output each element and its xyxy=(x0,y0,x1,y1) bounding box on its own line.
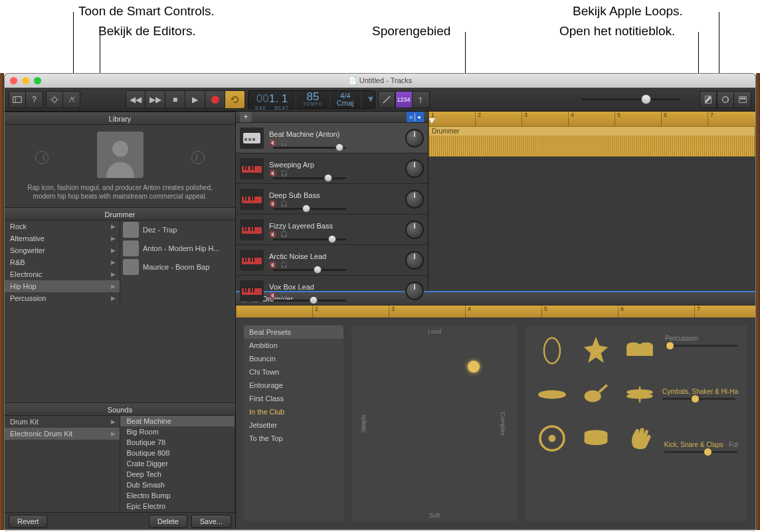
count-in-button[interactable]: 1234 xyxy=(395,91,413,108)
shaker-icon[interactable] xyxy=(580,379,612,410)
headphone-icon[interactable]: 🎧 xyxy=(280,292,288,299)
pan-knob[interactable] xyxy=(405,159,424,178)
track-header[interactable]: Vox Box Lead🔇🎧 xyxy=(236,276,428,306)
editor-ruler[interactable]: 234567 xyxy=(236,306,755,317)
kick-slider[interactable] xyxy=(664,451,737,453)
sound-item[interactable]: Dub Smash xyxy=(120,480,235,490)
percussion-slider[interactable] xyxy=(665,345,738,347)
prev-drummer-button[interactable]: 〈 xyxy=(35,151,48,164)
lcd-display[interactable]: 001. 1 BAR BEAT 85 TEMPO 4/4 Cmaj ▾ xyxy=(248,90,375,109)
revert-button[interactable]: Revert xyxy=(9,515,47,528)
bongos-icon[interactable] xyxy=(624,335,656,367)
track-volume-slider[interactable] xyxy=(273,147,346,149)
close-window-icon[interactable] xyxy=(10,77,17,84)
master-volume-slider[interactable] xyxy=(581,92,681,107)
track-volume-slider[interactable] xyxy=(273,177,346,179)
track-header[interactable]: Sweeping Arp🔇🎧 xyxy=(236,153,428,184)
kit-category[interactable]: Electronic Drum Kit▶ xyxy=(5,428,120,440)
tuner-button[interactable] xyxy=(413,91,430,108)
track-header[interactable]: Beat Machine (Anton)🔇🎧 xyxy=(236,123,428,153)
headphone-icon[interactable]: 🎧 xyxy=(280,262,288,268)
preset-item[interactable]: To the Top xyxy=(244,432,343,445)
notepad-button[interactable] xyxy=(700,91,717,108)
next-drummer-button[interactable]: 〉 xyxy=(191,151,205,164)
track-header[interactable]: Deep Sub Bass🔇🎧 xyxy=(236,184,428,215)
mute-icon[interactable]: 🔇 xyxy=(269,201,276,207)
sound-item[interactable]: Deep Tech xyxy=(120,469,235,480)
drummer-item[interactable]: Maurice - Boom Bap xyxy=(120,258,235,276)
editors-button[interactable] xyxy=(63,91,80,108)
sound-item[interactable]: Crate Digger xyxy=(120,458,235,469)
mute-icon[interactable]: 🔇 xyxy=(269,170,276,177)
media-browser-button[interactable] xyxy=(734,91,751,108)
preset-item[interactable]: Bouncin xyxy=(244,352,343,365)
xy-pad[interactable]: Loud Soft Simple Complex xyxy=(351,325,518,521)
drummer-item[interactable]: Dez - Trap xyxy=(120,221,235,239)
sound-item[interactable]: Epic Electro xyxy=(120,501,235,511)
genre-rock[interactable]: Rock▶ xyxy=(5,221,120,232)
track-header[interactable]: Fizzy Layered Bass🔇🎧 xyxy=(236,215,428,245)
cymbal-icon[interactable] xyxy=(536,379,568,410)
sound-item[interactable]: Beat Machine xyxy=(120,416,235,426)
drummer-item[interactable]: Anton - Modern Hip H... xyxy=(120,239,235,258)
genre-percussion[interactable]: Percussion▶ xyxy=(5,292,120,304)
quick-help-button[interactable]: ? xyxy=(26,91,43,108)
cycle-button[interactable] xyxy=(225,90,245,109)
sound-item[interactable]: Big Room xyxy=(120,426,235,437)
preset-item[interactable]: Chi Town xyxy=(244,365,343,379)
genre-songwriter[interactable]: Songwriter▶ xyxy=(5,244,120,256)
headphone-icon[interactable]: 🎧 xyxy=(280,201,288,207)
minimize-window-icon[interactable] xyxy=(22,77,29,84)
track-volume-slider[interactable] xyxy=(273,269,346,271)
cymbals-slider[interactable] xyxy=(662,398,735,400)
genre-r&b[interactable]: R&B▶ xyxy=(5,256,120,268)
smart-controls-button[interactable] xyxy=(46,91,63,108)
pan-knob[interactable] xyxy=(405,129,424,147)
loop-browser-button[interactable] xyxy=(717,91,734,108)
xy-puck[interactable] xyxy=(468,361,480,373)
track-filter-button[interactable]: ▹│◂ xyxy=(407,112,424,122)
add-track-button[interactable]: + xyxy=(240,112,252,122)
mute-icon[interactable]: 🔇 xyxy=(269,292,276,299)
forward-button[interactable]: ▶▶ xyxy=(145,90,165,109)
preset-item[interactable]: First Class xyxy=(244,392,343,405)
hand-clap-icon[interactable] xyxy=(624,422,656,454)
mute-icon[interactable]: 🔇 xyxy=(269,139,276,146)
mute-icon[interactable]: 🔇 xyxy=(269,262,276,268)
sound-item[interactable]: Boutique 78 xyxy=(120,437,235,448)
pan-knob[interactable] xyxy=(405,282,424,300)
clap-icon[interactable] xyxy=(580,335,612,367)
sound-item[interactable]: Boutique 808 xyxy=(120,448,235,458)
preset-item[interactable]: Ambition xyxy=(244,339,343,352)
pan-knob[interactable] xyxy=(405,221,424,239)
preset-item[interactable]: Entourage xyxy=(244,379,343,392)
mute-icon[interactable]: 🔇 xyxy=(269,231,276,238)
stop-button[interactable]: ■ xyxy=(165,90,185,109)
genre-alternative[interactable]: Alternative▶ xyxy=(5,232,120,244)
genre-hip-hop[interactable]: Hip Hop▶ xyxy=(5,280,120,292)
kick-icon[interactable] xyxy=(536,422,568,454)
headphone-icon[interactable]: 🎧 xyxy=(280,139,288,146)
pan-knob[interactable] xyxy=(405,190,424,209)
genre-electronic[interactable]: Electronic▶ xyxy=(5,268,120,280)
kit-category[interactable]: Drum Kit▶ xyxy=(5,416,120,428)
timeline-ruler[interactable]: 1234567 xyxy=(428,112,755,126)
master-volume-toggle[interactable] xyxy=(378,91,395,108)
tambourine-icon[interactable] xyxy=(536,335,568,367)
track-volume-slider[interactable] xyxy=(273,238,346,240)
track-volume-slider[interactable] xyxy=(273,300,346,302)
record-button[interactable] xyxy=(205,90,225,109)
track-volume-slider[interactable] xyxy=(273,208,346,210)
headphone-icon[interactable]: 🎧 xyxy=(280,170,288,177)
snare-icon[interactable] xyxy=(580,422,612,454)
hihat-icon[interactable] xyxy=(624,379,656,410)
play-button[interactable]: ▶ xyxy=(185,90,205,109)
track-header[interactable]: Arctic Noise Lead🔇🎧 xyxy=(236,245,428,276)
zoom-window-icon[interactable] xyxy=(34,77,41,84)
sound-item[interactable]: Electro Bump xyxy=(120,490,235,501)
tracks-area[interactable]: 1234567 Drummer xyxy=(428,112,755,291)
drummer-region[interactable]: Drummer xyxy=(428,126,755,157)
preset-item[interactable]: In the Club xyxy=(244,405,343,418)
delete-button[interactable]: Delete xyxy=(149,515,187,528)
preset-item[interactable]: Jetsetter xyxy=(244,418,343,432)
